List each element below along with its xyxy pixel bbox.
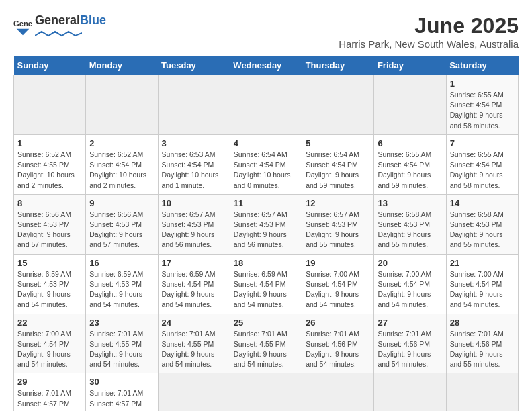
calendar-cell [230, 373, 302, 411]
weekday-header-monday: Monday [86, 56, 158, 75]
calendar-cell: 1Sunrise: 6:52 AM Sunset: 4:55 PM Daylig… [14, 134, 86, 194]
day-detail: Sunrise: 6:52 AM Sunset: 4:54 PM Dayligh… [89, 150, 154, 191]
day-number: 4 [234, 138, 298, 148]
day-detail: Sunrise: 6:56 AM Sunset: 4:53 PM Dayligh… [89, 210, 154, 250]
calendar-cell: 13Sunrise: 6:58 AM Sunset: 4:53 PM Dayli… [374, 194, 446, 254]
logo-general: General [35, 13, 80, 28]
day-number: 7 [450, 138, 515, 148]
day-number: 16 [89, 258, 154, 268]
calendar-cell: 20Sunrise: 7:00 AM Sunset: 4:54 PM Dayli… [374, 254, 446, 314]
weekday-header-friday: Friday [374, 56, 446, 75]
calendar-cell: 28Sunrise: 7:01 AM Sunset: 4:56 PM Dayli… [446, 314, 518, 373]
calendar-cell: 14Sunrise: 6:58 AM Sunset: 4:53 PM Dayli… [446, 194, 518, 254]
logo: General General Blue [13, 13, 106, 40]
day-number: 23 [89, 318, 154, 328]
calendar-cell [14, 75, 86, 135]
weekday-header-saturday: Saturday [446, 56, 518, 75]
calendar-cell: 5Sunrise: 6:54 AM Sunset: 4:54 PM Daylig… [302, 134, 374, 194]
day-detail: Sunrise: 6:52 AM Sunset: 4:55 PM Dayligh… [17, 150, 82, 191]
calendar-cell: 27Sunrise: 7:01 AM Sunset: 4:56 PM Dayli… [374, 314, 446, 373]
day-detail: Sunrise: 7:01 AM Sunset: 4:56 PM Dayligh… [450, 329, 515, 370]
day-number: 13 [378, 198, 442, 208]
day-number: 15 [17, 258, 82, 268]
day-number: 20 [378, 258, 442, 268]
day-number: 8 [17, 198, 82, 208]
day-detail: Sunrise: 7:00 AM Sunset: 4:54 PM Dayligh… [306, 269, 370, 310]
calendar-cell [158, 373, 230, 411]
day-detail: Sunrise: 7:01 AM Sunset: 4:55 PM Dayligh… [89, 329, 154, 370]
calendar-cell [302, 75, 374, 135]
day-number: 27 [378, 318, 442, 328]
calendar-cell: 16Sunrise: 6:59 AM Sunset: 4:53 PM Dayli… [86, 254, 158, 314]
day-detail: Sunrise: 6:57 AM Sunset: 4:53 PM Dayligh… [234, 210, 298, 250]
week-row-3: 8Sunrise: 6:56 AM Sunset: 4:53 PM Daylig… [14, 194, 519, 254]
weekday-header-wednesday: Wednesday [230, 56, 302, 75]
day-number: 2 [89, 138, 154, 148]
day-number: 10 [162, 198, 226, 208]
day-number: 28 [450, 318, 515, 328]
day-number: 9 [89, 198, 154, 208]
week-row-1: 1Sunrise: 6:55 AM Sunset: 4:54 PM Daylig… [14, 75, 519, 135]
calendar-cell: 6Sunrise: 6:55 AM Sunset: 4:54 PM Daylig… [374, 134, 446, 194]
weekday-header-tuesday: Tuesday [158, 56, 230, 75]
day-detail: Sunrise: 6:58 AM Sunset: 4:53 PM Dayligh… [450, 210, 515, 250]
logo-icon: General [13, 17, 32, 36]
day-detail: Sunrise: 6:59 AM Sunset: 4:53 PM Dayligh… [17, 269, 82, 310]
calendar-cell: 15Sunrise: 6:59 AM Sunset: 4:53 PM Dayli… [14, 254, 86, 314]
header: General General Blue June 2025 Harris Pa… [13, 13, 519, 50]
day-number: 17 [162, 258, 226, 268]
day-number: 18 [234, 258, 298, 268]
calendar-title: June 2025 [339, 13, 519, 38]
calendar-subtitle: Harris Park, New South Wales, Australia [339, 38, 519, 50]
week-row-6: 29Sunrise: 7:01 AM Sunset: 4:57 PM Dayli… [14, 373, 519, 411]
day-detail: Sunrise: 7:01 AM Sunset: 4:56 PM Dayligh… [378, 329, 442, 370]
day-number: 5 [306, 138, 370, 148]
day-detail: Sunrise: 6:53 AM Sunset: 4:54 PM Dayligh… [162, 150, 226, 191]
calendar-cell: 23Sunrise: 7:01 AM Sunset: 4:55 PM Dayli… [86, 314, 158, 373]
day-number: 19 [306, 258, 370, 268]
day-detail: Sunrise: 6:59 AM Sunset: 4:54 PM Dayligh… [234, 269, 298, 310]
calendar-cell [158, 75, 230, 135]
calendar-cell: 11Sunrise: 6:57 AM Sunset: 4:53 PM Dayli… [230, 194, 302, 254]
calendar-cell [302, 373, 374, 411]
day-number: 30 [89, 377, 154, 387]
day-detail: Sunrise: 6:55 AM Sunset: 4:54 PM Dayligh… [378, 150, 442, 191]
calendar-cell: 4Sunrise: 6:54 AM Sunset: 4:54 PM Daylig… [230, 134, 302, 194]
day-detail: Sunrise: 6:54 AM Sunset: 4:54 PM Dayligh… [234, 150, 298, 191]
calendar-cell: 25Sunrise: 7:01 AM Sunset: 4:55 PM Dayli… [230, 314, 302, 373]
calendar-cell: 8Sunrise: 6:56 AM Sunset: 4:53 PM Daylig… [14, 194, 86, 254]
calendar-cell: 17Sunrise: 6:59 AM Sunset: 4:54 PM Dayli… [158, 254, 230, 314]
day-detail: Sunrise: 7:01 AM Sunset: 4:57 PM Dayligh… [89, 388, 154, 411]
calendar-cell: 3Sunrise: 6:53 AM Sunset: 4:54 PM Daylig… [158, 134, 230, 194]
calendar-cell: 1Sunrise: 6:55 AM Sunset: 4:54 PM Daylig… [446, 75, 518, 135]
day-number: 24 [162, 318, 226, 328]
calendar-cell [374, 75, 446, 135]
calendar-cell: 24Sunrise: 7:01 AM Sunset: 4:55 PM Dayli… [158, 314, 230, 373]
day-detail: Sunrise: 6:57 AM Sunset: 4:53 PM Dayligh… [162, 210, 226, 250]
calendar-cell [446, 373, 518, 411]
calendar-cell: 21Sunrise: 7:00 AM Sunset: 4:54 PM Dayli… [446, 254, 518, 314]
calendar-cell: 30Sunrise: 7:01 AM Sunset: 4:57 PM Dayli… [86, 373, 158, 411]
svg-text:General: General [13, 19, 32, 28]
title-area: June 2025 Harris Park, New South Wales, … [339, 13, 519, 50]
week-row-2: 1Sunrise: 6:52 AM Sunset: 4:55 PM Daylig… [14, 134, 519, 194]
weekday-header-row: SundayMondayTuesdayWednesdayThursdayFrid… [14, 56, 519, 75]
calendar-cell: 7Sunrise: 6:55 AM Sunset: 4:54 PM Daylig… [446, 134, 518, 194]
day-detail: Sunrise: 7:00 AM Sunset: 4:54 PM Dayligh… [450, 269, 515, 310]
calendar-cell: 12Sunrise: 6:57 AM Sunset: 4:53 PM Dayli… [302, 194, 374, 254]
day-detail: Sunrise: 6:59 AM Sunset: 4:53 PM Dayligh… [89, 269, 154, 310]
calendar-cell [230, 75, 302, 135]
weekday-header-sunday: Sunday [14, 56, 86, 75]
day-number: 21 [450, 258, 515, 268]
day-number: 29 [17, 377, 82, 387]
svg-marker-1 [17, 28, 30, 34]
week-row-5: 22Sunrise: 7:00 AM Sunset: 4:54 PM Dayli… [14, 314, 519, 373]
day-detail: Sunrise: 7:01 AM Sunset: 4:55 PM Dayligh… [234, 329, 298, 370]
day-detail: Sunrise: 6:57 AM Sunset: 4:53 PM Dayligh… [306, 210, 370, 250]
calendar-cell: 19Sunrise: 7:00 AM Sunset: 4:54 PM Dayli… [302, 254, 374, 314]
day-detail: Sunrise: 6:59 AM Sunset: 4:54 PM Dayligh… [162, 269, 226, 310]
week-row-4: 15Sunrise: 6:59 AM Sunset: 4:53 PM Dayli… [14, 254, 519, 314]
day-number: 1 [450, 79, 515, 89]
day-detail: Sunrise: 6:54 AM Sunset: 4:54 PM Dayligh… [306, 150, 370, 191]
day-number: 6 [378, 138, 442, 148]
